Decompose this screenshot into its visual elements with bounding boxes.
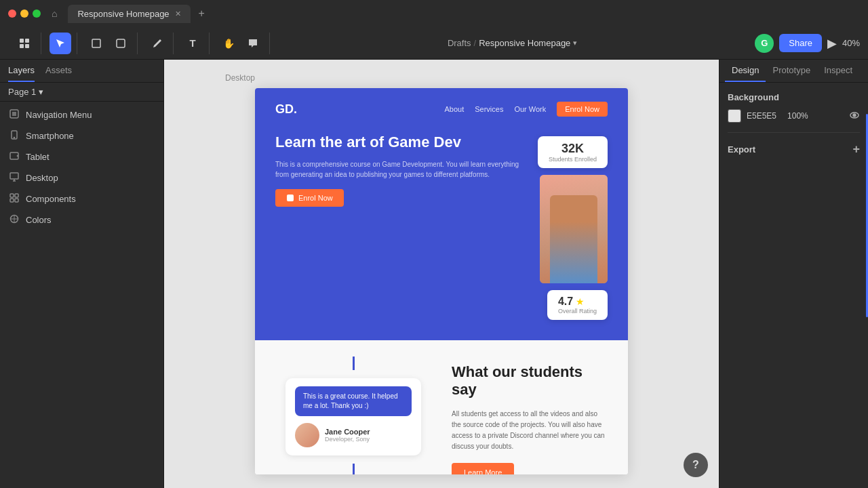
svg-rect-4 [92, 39, 100, 47]
home-icon[interactable]: ⌂ [52, 8, 57, 19]
visibility-toggle-icon[interactable] [849, 110, 860, 123]
sidebar-item-desktop[interactable]: Desktop [0, 167, 163, 188]
user-avatar[interactable]: G [755, 34, 774, 53]
tab-inspect[interactable]: Inspect [817, 60, 859, 82]
stats-card: 32K Students Enrolled [538, 136, 608, 168]
export-add-icon[interactable]: + [852, 142, 860, 157]
export-label: Export + [728, 142, 860, 157]
hero-description: This is a comprehensive course on Game D… [275, 159, 524, 180]
toolbar: T ✋ Drafts / Responsive Homepage ▾ G Sha… [0, 27, 868, 60]
close-button[interactable] [8, 9, 16, 18]
page-chevron-icon: ▾ [39, 87, 43, 97]
layer-label: Tablet [26, 152, 50, 162]
layer-icon [8, 193, 20, 205]
svg-rect-17 [10, 194, 14, 197]
tab-close-icon[interactable]: ✕ [175, 9, 181, 18]
shape-tool-button[interactable] [110, 33, 132, 54]
background-opacity[interactable]: 100% [787, 111, 808, 121]
share-button[interactable]: Share [779, 34, 822, 52]
sidebar-item-colors[interactable]: Colors [0, 209, 163, 230]
tool-group-text: T [176, 33, 210, 54]
main-layout: Layers Assets Page 1 ▾ Navigation Menu S… [0, 60, 868, 488]
learn-more-button[interactable]: Learn More [452, 463, 514, 474]
move-tool-button[interactable] [50, 33, 71, 54]
hero-person-image [540, 175, 608, 283]
chevron-down-icon[interactable]: ▾ [573, 39, 577, 47]
nav-link-services[interactable]: Services [475, 105, 503, 113]
test-avatar-1 [295, 423, 319, 447]
zoom-level[interactable]: 40% [842, 38, 860, 48]
maximize-button[interactable] [33, 9, 41, 18]
minimize-button[interactable] [20, 9, 28, 18]
testimonial-cards: This is a great course. It helped me a l… [275, 357, 431, 474]
background-label: Background [728, 92, 779, 102]
tool-group-main [8, 33, 41, 54]
pen-tool-button[interactable] [146, 33, 167, 54]
tab-assets[interactable]: Assets [45, 60, 72, 82]
hero-logo: GD. [275, 102, 297, 117]
text-tool-button[interactable]: T [182, 33, 203, 54]
enrol-hero-button[interactable]: Enrol Now [275, 189, 344, 207]
section-description: All students get access to all the video… [452, 409, 608, 452]
background-hex[interactable]: E5E5E5 [747, 111, 776, 121]
help-button[interactable]: ? [684, 453, 708, 477]
hand-tool-button[interactable]: ✋ [218, 33, 239, 54]
nav-link-about[interactable]: About [444, 105, 464, 113]
section-text: What our students say All students get a… [452, 357, 608, 474]
new-tab-button[interactable]: + [199, 7, 205, 20]
testimonials-section: This is a great course. It helped me a l… [255, 340, 628, 474]
sidebar-item-navigation-menu[interactable]: Navigation Menu [0, 104, 163, 125]
tab-design[interactable]: Design [725, 60, 766, 82]
frame-tool-button[interactable] [85, 33, 107, 54]
tab-layers[interactable]: Layers [8, 60, 35, 82]
toolbar-right: G Share ▶ 40% [755, 34, 860, 53]
hero-section: GD. About Services Our Work Enrol Now Le… [255, 88, 628, 340]
nav-link-our-work[interactable]: Our Work [514, 105, 546, 113]
test-role-1: Developer, Sony [325, 436, 370, 443]
enrol-icon [286, 194, 294, 202]
divider [728, 132, 860, 133]
svg-point-13 [17, 155, 18, 156]
sidebar-item-tablet[interactable]: Tablet [0, 146, 163, 167]
grid-tool-button[interactable] [14, 33, 35, 54]
tab-prototype[interactable]: Prototype [766, 60, 817, 82]
comment-tool-button[interactable] [242, 33, 264, 54]
layer-label: Components [26, 194, 76, 204]
layer-label: Navigation Menu [26, 110, 92, 120]
traffic-lights [8, 9, 41, 18]
sidebar-item-smartphone[interactable]: Smartphone [0, 125, 163, 146]
hero-text: Learn the art of Game Dev This is a comp… [275, 133, 524, 207]
svg-rect-1 [25, 39, 29, 43]
background-row: E5E5E5 100% [728, 109, 860, 123]
svg-rect-18 [15, 194, 18, 197]
right-panel: Design Prototype Inspect Background E5E5… [719, 60, 868, 488]
left-sidebar: Layers Assets Page 1 ▾ Navigation Menu S… [0, 60, 164, 488]
enrol-nav-button[interactable]: Enrol Now [557, 102, 608, 117]
layer-icon [8, 151, 20, 163]
breadcrumb: Drafts / Responsive Homepage ▾ [273, 38, 752, 48]
svg-rect-20 [15, 199, 18, 202]
svg-point-11 [14, 137, 14, 138]
test-author-1: Jane Cooper Developer, Sony [295, 423, 412, 447]
sidebar-meta: Page 1 ▾ [0, 83, 163, 102]
browser-tab[interactable]: Responsive Homepage ✕ [68, 5, 190, 23]
hero-content: Learn the art of Game Dev This is a comp… [275, 133, 608, 320]
test-name-1: Jane Cooper [325, 428, 370, 436]
tool-group-shapes [80, 33, 138, 54]
breadcrumb-project[interactable]: Responsive Homepage [479, 38, 570, 48]
hero-title: Learn the art of Game Dev [275, 133, 524, 152]
canvas-area[interactable]: Desktop GD. About Services Our Work Enro… [164, 60, 719, 488]
layer-label: Desktop [26, 173, 58, 183]
page-selector[interactable]: Page 1 ▾ [8, 87, 43, 97]
svg-rect-3 [25, 44, 29, 48]
testimonial-card-1: This is a great course. It helped me a l… [285, 378, 421, 455]
rating-number: 4.7 [558, 296, 573, 308]
play-button[interactable]: ▶ [827, 36, 837, 51]
canvas-label: Desktop [225, 73, 255, 83]
hero-nav: GD. About Services Our Work Enrol Now [275, 102, 608, 117]
background-swatch[interactable] [728, 109, 741, 123]
svg-rect-22 [287, 195, 294, 201]
sidebar-item-components[interactable]: Components [0, 188, 163, 209]
sidebar-tab-bar: Layers Assets [0, 60, 163, 83]
svg-rect-0 [20, 39, 24, 43]
